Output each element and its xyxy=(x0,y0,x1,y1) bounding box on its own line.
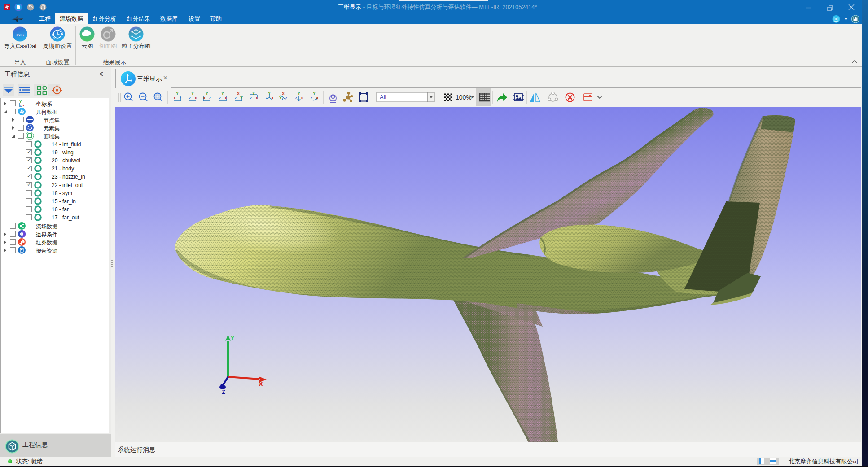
svg-text:Y: Y xyxy=(240,96,243,100)
svg-text:x: x xyxy=(255,96,258,100)
svg-text:x: x xyxy=(237,91,239,96)
svg-text:z: z xyxy=(235,96,237,100)
svg-text:x: x xyxy=(173,96,175,100)
svg-text:Y: Y xyxy=(252,91,255,96)
svg-text:z: z xyxy=(311,96,313,100)
svg-text:Y: Y xyxy=(313,91,316,96)
svg-text:x: x xyxy=(301,96,303,100)
svg-text:x: x xyxy=(203,96,205,100)
svg-text:Y: Y xyxy=(206,91,208,96)
svg-text:Y: Y xyxy=(279,96,282,100)
svg-text:z: z xyxy=(266,96,268,100)
svg-text:100%: 100% xyxy=(456,94,472,101)
svg-text:Y: Y xyxy=(221,91,224,96)
svg-text:z: z xyxy=(219,96,221,100)
svg-text:z: z xyxy=(180,96,182,100)
svg-text:x: x xyxy=(271,96,273,100)
svg-text:x: x xyxy=(316,96,318,100)
svg-text:Y: Y xyxy=(191,91,194,96)
svg-text:x: x xyxy=(22,103,25,107)
svg-text:All: All xyxy=(380,94,386,100)
svg-text:z: z xyxy=(250,96,252,100)
svg-text:Y: Y xyxy=(298,91,300,96)
svg-text:Y: Y xyxy=(268,91,271,96)
svg-text:z: z xyxy=(285,96,288,100)
svg-text:X: X xyxy=(259,380,263,388)
svg-text:x: x xyxy=(194,96,197,100)
svg-text:z: z xyxy=(209,96,211,100)
svg-text:Y: Y xyxy=(176,91,179,96)
svg-text:Z: Z xyxy=(222,388,225,395)
svg-text:z: z xyxy=(295,96,298,100)
svg-text:x: x xyxy=(282,91,284,96)
svg-text:cas: cas xyxy=(16,31,24,38)
svg-text:z: z xyxy=(189,96,191,100)
svg-text:Y: Y xyxy=(230,334,235,341)
svg-text:x: x xyxy=(224,96,227,100)
svg-text:z: z xyxy=(20,103,22,107)
